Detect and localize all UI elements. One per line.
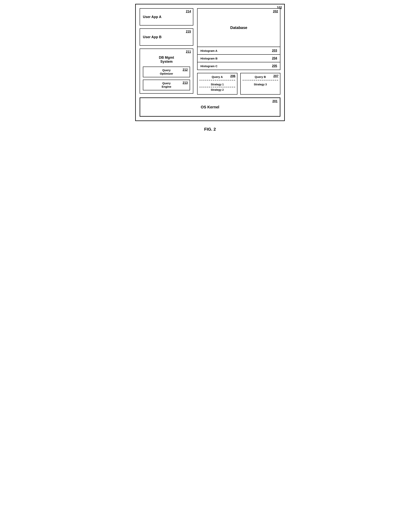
query-engine-box: 213 QueryEngine xyxy=(143,80,190,90)
db-mgmt-title: DB MgmtSystem xyxy=(143,56,190,64)
query-engine-label: QueryEngine xyxy=(162,81,171,88)
inner-boxes: 212 QueryOptimizer 213 QueryEngine xyxy=(143,67,190,90)
user-app-a-box: 214 User App A xyxy=(140,8,193,26)
right-column: 202 Database Histogram A 203 Histogram B… xyxy=(197,8,280,95)
user-app-a-ref: 214 xyxy=(186,10,191,13)
database-ref: 202 xyxy=(273,10,278,13)
fig-caption: FIG. 2 xyxy=(135,127,285,134)
db-mgmt-box: 211 DB MgmtSystem 212 QueryOptimizer 213… xyxy=(140,48,193,94)
database-box: 202 Database Histogram A 203 Histogram B… xyxy=(197,8,280,70)
user-app-a-label: User App A xyxy=(143,15,162,19)
page-wrapper: 102 214 User App A 215 User App B 211 DB… xyxy=(135,4,285,134)
histogram-b-ref: 204 xyxy=(272,57,277,60)
histogram-a-label: Histogram A xyxy=(200,49,217,52)
query-optimizer-label: QueryOptimizer xyxy=(160,68,173,75)
user-app-b-ref: 215 xyxy=(186,30,191,33)
os-kernel-box: 201 OS Kernel xyxy=(140,97,280,117)
histogram-b-label: Histogram B xyxy=(200,57,217,60)
query-a-box: 206 Query A Strategy 1 Strategy 2 xyxy=(197,73,238,95)
query-engine-ref: 213 xyxy=(182,81,188,85)
database-top: Database xyxy=(197,9,280,47)
database-label: Database xyxy=(230,26,247,30)
diagram-content: 214 User App A 215 User App B 211 DB Mgm… xyxy=(140,8,280,95)
os-kernel-label: OS Kernel xyxy=(201,105,219,109)
histogram-c-ref: 205 xyxy=(272,64,277,68)
query-a-strategy1: Strategy 1 xyxy=(199,82,235,87)
histogram-b-row: Histogram B 204 xyxy=(197,55,280,62)
user-app-b-box: 215 User App B xyxy=(140,28,193,46)
query-b-box: 207 Query B Strategy 3 xyxy=(240,73,281,95)
diagram-outer: 102 214 User App A 215 User App B 211 DB… xyxy=(135,4,285,121)
os-kernel-ref: 201 xyxy=(272,100,278,103)
histogram-c-row: Histogram C 205 xyxy=(197,62,280,70)
query-optimizer-ref: 212 xyxy=(182,68,188,72)
user-app-b-label: User App B xyxy=(143,35,162,39)
query-a-title: Query A xyxy=(199,75,235,80)
query-row: 206 Query A Strategy 1 Strategy 2 207 Qu… xyxy=(197,73,280,95)
histogram-a-ref: 203 xyxy=(272,49,277,52)
query-b-title: Query B xyxy=(243,75,278,80)
query-a-ref: 206 xyxy=(230,75,236,78)
query-b-ref: 207 xyxy=(273,75,278,78)
histogram-a-row: Histogram A 203 xyxy=(197,47,280,55)
query-b-strategy3: Strategy 3 xyxy=(243,82,278,87)
query-optimizer-box: 212 QueryOptimizer xyxy=(143,67,190,77)
histogram-c-label: Histogram C xyxy=(200,64,217,68)
left-column: 214 User App A 215 User App B 211 DB Mgm… xyxy=(140,8,193,94)
query-a-strategy2: Strategy 2 xyxy=(199,87,235,92)
db-mgmt-ref: 211 xyxy=(186,50,191,54)
